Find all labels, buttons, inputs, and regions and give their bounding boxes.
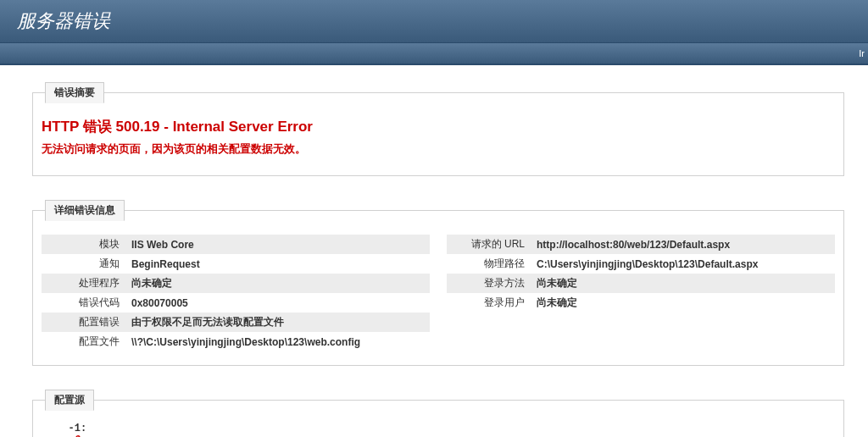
logon-label: 登录方法 <box>447 274 531 293</box>
requrl-value: http://localhost:80/web/123/Default.aspx <box>531 235 835 254</box>
config-source-content: -1: 0: <box>42 419 835 437</box>
configerror-value: 由于权限不足而无法读取配置文件 <box>126 313 430 332</box>
page-header: 服务器错误 <box>0 0 868 43</box>
config-line-neg1: -1: <box>50 423 92 434</box>
table-row: 配置文件 \\?\C:\Users\yinjingjing\Desktop\12… <box>42 332 430 351</box>
logonuser-label: 登录用户 <box>447 293 531 313</box>
table-row: 物理路径 C:\Users\yinjingjing\Desktop\123\De… <box>447 254 835 274</box>
details-right-col: 请求的 URL http://localhost:80/web/123/Defa… <box>447 230 835 351</box>
table-row: 通知 BeginRequest <box>42 254 430 274</box>
module-value: IIS Web Core <box>126 235 430 254</box>
notification-label: 通知 <box>42 254 126 274</box>
content-area: 错误摘要 HTTP 错误 500.19 - Internal Server Er… <box>0 65 868 437</box>
table-row: 模块 IIS Web Core <box>42 235 430 254</box>
table-row: 错误代码 0x80070005 <box>42 293 430 313</box>
details-left-col: 模块 IIS Web Core 通知 BeginRequest 处理程序 尚未确… <box>42 230 430 351</box>
configfile-label: 配置文件 <box>42 332 126 351</box>
header-subbar: Ir <box>0 43 868 65</box>
error-summary-box: 错误摘要 HTTP 错误 500.19 - Internal Server Er… <box>32 82 844 176</box>
table-row: 登录用户 尚未确定 <box>447 293 835 313</box>
handler-label: 处理程序 <box>42 274 126 293</box>
logon-value: 尚未确定 <box>531 274 835 293</box>
error-details-legend: 详细错误信息 <box>45 200 125 221</box>
config-source-box: 配置源 -1: 0: <box>32 390 844 437</box>
errorcode-value: 0x80070005 <box>126 293 430 313</box>
error-summary-legend: 错误摘要 <box>45 82 104 103</box>
errorcode-label: 错误代码 <box>42 293 126 313</box>
configerror-label: 配置错误 <box>42 313 126 332</box>
physpath-value: C:\Users\yinjingjing\Desktop\123\Default… <box>531 254 835 274</box>
page-title: 服务器错误 <box>17 8 851 34</box>
error-title: HTTP 错误 500.19 - Internal Server Error <box>42 112 835 141</box>
logonuser-value: 尚未确定 <box>531 293 835 313</box>
details-right-table: 请求的 URL http://localhost:80/web/123/Defa… <box>447 235 835 313</box>
table-row: 请求的 URL http://localhost:80/web/123/Defa… <box>447 235 835 254</box>
header-bar-right: Ir <box>859 48 865 58</box>
notification-value: BeginRequest <box>126 254 430 274</box>
physpath-label: 物理路径 <box>447 254 531 274</box>
configfile-value: \\?\C:\Users\yinjingjing\Desktop\123\web… <box>126 332 430 351</box>
error-details-box: 详细错误信息 模块 IIS Web Core 通知 BeginRequest 处… <box>32 200 844 366</box>
details-left-table: 模块 IIS Web Core 通知 BeginRequest 处理程序 尚未确… <box>42 235 430 351</box>
requrl-label: 请求的 URL <box>447 235 531 254</box>
table-row: 登录方法 尚未确定 <box>447 274 835 293</box>
handler-value: 尚未确定 <box>126 274 430 293</box>
config-source-legend: 配置源 <box>45 390 94 411</box>
table-row: 处理程序 尚未确定 <box>42 274 430 293</box>
module-label: 模块 <box>42 235 126 254</box>
error-subtitle: 无法访问请求的页面，因为该页的相关配置数据无效。 <box>42 141 835 162</box>
table-row: 配置错误 由于权限不足而无法读取配置文件 <box>42 313 430 332</box>
